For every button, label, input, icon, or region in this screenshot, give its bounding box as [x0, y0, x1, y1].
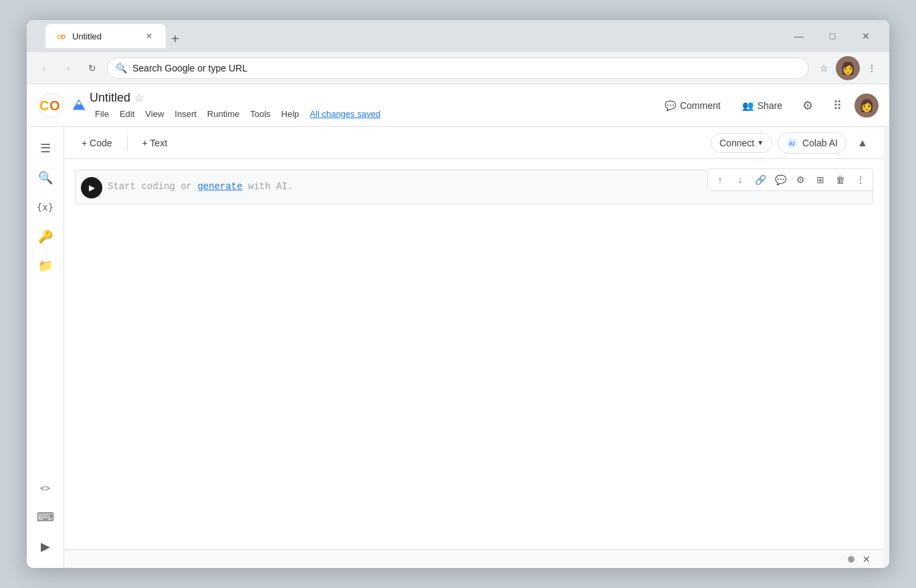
expand-cell-icon: ⊞	[816, 174, 824, 185]
files-icon: 📁	[38, 259, 53, 273]
doc-title[interactable]: Untitled	[90, 91, 130, 105]
notebook-area: + Code + Text Connect ▼ AI	[64, 127, 884, 568]
settings-button[interactable]: ⚙	[796, 94, 820, 118]
forward-button[interactable]: ›	[59, 59, 78, 78]
share-button[interactable]: 👥 Share	[734, 95, 790, 116]
link-icon: 🔗	[755, 174, 766, 185]
comment-label: Comment	[680, 100, 721, 111]
add-text-label: + Text	[142, 138, 168, 148]
menu-edit[interactable]: Edit	[114, 108, 140, 120]
user-avatar[interactable]: 👩	[854, 94, 879, 118]
active-tab[interactable]: C O Untitled ✕	[45, 24, 166, 48]
menu-bar: File Edit View Insert Runtime Tools Help…	[90, 108, 386, 120]
connect-label: Connect	[719, 138, 754, 148]
collapse-sections-button[interactable]: ▲	[852, 132, 873, 154]
sidebar-item-terminal[interactable]: ⌨	[32, 504, 59, 531]
code-cell-container: ↑ ↓ 🔗 💬 ⚙	[75, 170, 873, 204]
comment-icon: 💬	[665, 100, 676, 111]
status-close-button[interactable]: ✕	[860, 553, 873, 566]
gear-icon: ⚙	[802, 98, 813, 113]
table-of-contents-icon: ☰	[40, 141, 51, 156]
variables-icon: {x}	[37, 202, 53, 212]
cell-toolbar: ↑ ↓ 🔗 💬 ⚙	[707, 168, 873, 191]
sidebar-item-search[interactable]: 🔍	[32, 164, 59, 191]
grid-icon: ⠿	[833, 98, 842, 113]
secrets-icon: 🔑	[38, 229, 53, 244]
app-bar: C O Untitled ☆ File Edit View Insert Run…	[27, 84, 889, 127]
cells-area: ↑ ↓ 🔗 💬 ⚙	[64, 159, 884, 549]
tabs-area: C O Untitled ✕ +	[45, 24, 778, 48]
link-cell-button[interactable]: 🔗	[751, 170, 770, 189]
add-code-label: + Code	[82, 138, 112, 148]
sidebar-item-files[interactable]: 📁	[32, 253, 59, 279]
menu-view[interactable]: View	[140, 108, 169, 120]
delete-cell-button[interactable]: 🗑	[831, 170, 850, 189]
svg-text:C: C	[39, 98, 49, 113]
sidebar-item-toc[interactable]: ☰	[32, 135, 59, 162]
more-cell-options-button[interactable]: ⋮	[851, 170, 870, 189]
delete-cell-icon: 🗑	[836, 174, 845, 185]
chrome-menu-button[interactable]: ⋮	[863, 59, 881, 78]
comment-cell-icon: 💬	[775, 174, 786, 185]
title-bar: C O Untitled ✕ + — □ ✕	[27, 20, 889, 52]
doc-title-area: Untitled ☆ File Edit View Insert Runtime…	[90, 91, 386, 120]
search-icon: 🔍	[38, 170, 53, 185]
main-area: ☰ 🔍 {x} 🔑 📁 <> ⌨ ▶	[27, 127, 889, 568]
share-icon: 👥	[742, 100, 754, 111]
search-icon: 🔍	[116, 63, 127, 74]
close-button[interactable]: ✕	[850, 25, 881, 47]
menu-file[interactable]: File	[90, 108, 114, 120]
app-bar-right: 💬 Comment 👥 Share ⚙ ⠿ 👩	[657, 94, 879, 118]
maximize-button[interactable]: □	[817, 25, 848, 47]
run-cell-button[interactable]: ▶	[81, 177, 102, 198]
google-apps-button[interactable]: ⠿	[825, 94, 849, 118]
menu-insert[interactable]: Insert	[169, 108, 202, 120]
doc-title-row: Untitled ☆	[90, 91, 386, 105]
add-code-button[interactable]: + Code	[75, 134, 119, 152]
move-down-button[interactable]: ↓	[731, 170, 750, 189]
cell-placeholder-prefix: Start coding or	[108, 181, 197, 192]
left-sidebar: ☰ 🔍 {x} 🔑 📁 <> ⌨ ▶	[27, 127, 64, 568]
cell-settings-icon: ⚙	[796, 174, 805, 185]
changes-saved-link[interactable]: All changes saved	[304, 108, 386, 120]
minimize-button[interactable]: —	[784, 25, 814, 47]
right-scrollbar[interactable]	[884, 127, 889, 568]
google-drive-icon	[72, 99, 86, 112]
svg-text:O: O	[49, 98, 60, 113]
sidebar-item-code-snippets[interactable]: <>	[32, 474, 59, 501]
menu-help[interactable]: Help	[276, 108, 305, 120]
new-tab-button[interactable]: +	[166, 29, 185, 48]
menu-runtime[interactable]: Runtime	[202, 108, 245, 120]
toolbar-right: Connect ▼ AI Colab AI ▲	[711, 132, 873, 154]
cell-placeholder-suffix: with AI.	[243, 181, 294, 192]
chrome-profile-avatar[interactable]: 👩	[836, 56, 860, 80]
url-bar[interactable]: 🔍 Search Google or type URL	[107, 57, 809, 79]
status-dot	[848, 556, 854, 563]
tab-title: Untitled	[72, 31, 138, 41]
comment-cell-button[interactable]: 💬	[771, 170, 790, 189]
tab-close-button[interactable]: ✕	[143, 30, 155, 42]
sidebar-item-secrets[interactable]: 🔑	[32, 223, 59, 250]
sidebar-item-variables[interactable]: {x}	[32, 194, 59, 220]
comment-button[interactable]: 💬 Comment	[657, 95, 729, 116]
back-button[interactable]: ‹	[35, 59, 53, 78]
star-icon[interactable]: ☆	[134, 92, 144, 104]
svg-marker-9	[74, 104, 85, 110]
colab-ai-button[interactable]: AI Colab AI	[778, 132, 846, 154]
expand-cell-button[interactable]: ⊞	[811, 170, 830, 189]
browser-window: C O Untitled ✕ + — □ ✕ ‹ › ↻ 🔍	[27, 20, 889, 568]
move-up-icon: ↑	[718, 174, 723, 185]
address-right-controls: ☆ 👩 ⋮	[814, 56, 881, 80]
move-up-button[interactable]: ↑	[711, 170, 729, 189]
sidebar-item-scratch-pad[interactable]: ▶	[32, 533, 59, 560]
connect-button[interactable]: Connect ▼	[711, 133, 772, 153]
address-bar: ‹ › ↻ 🔍 Search Google or type URL ☆ 👩 ⋮	[27, 52, 889, 84]
colab-ai-label: Colab AI	[802, 138, 838, 148]
bookmark-button[interactable]: ☆	[814, 59, 833, 78]
menu-tools[interactable]: Tools	[245, 108, 275, 120]
collapse-icon: ▲	[857, 137, 868, 149]
add-text-button[interactable]: + Text	[136, 134, 175, 152]
generate-link[interactable]: generate	[197, 181, 242, 192]
reload-button[interactable]: ↻	[83, 59, 102, 78]
cell-settings-button[interactable]: ⚙	[791, 170, 810, 189]
